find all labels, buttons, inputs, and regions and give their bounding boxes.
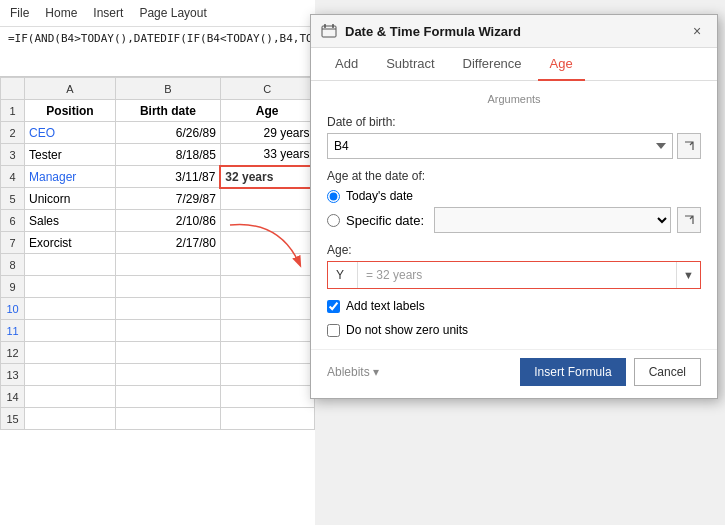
- age-field[interactable]: Y = 32 years ▼: [327, 261, 701, 289]
- specific-date-select[interactable]: [434, 207, 671, 233]
- cell-b[interactable]: [115, 342, 220, 364]
- cell-a[interactable]: [25, 320, 116, 342]
- table-row: 11: [1, 320, 315, 342]
- cell-a[interactable]: [25, 298, 116, 320]
- dialog-content: Arguments Date of birth: B4 Age at the d…: [311, 81, 717, 349]
- row-number: 2: [1, 122, 25, 144]
- cell-c[interactable]: [220, 232, 314, 254]
- ablebits-brand[interactable]: Ablebits ▾: [327, 365, 379, 379]
- checkbox-zero-units-row: Do not show zero units: [327, 323, 701, 337]
- brand-chevron-icon: ▾: [373, 365, 379, 379]
- cell-c[interactable]: [220, 254, 314, 276]
- table-row: 12: [1, 342, 315, 364]
- cell-b[interactable]: [115, 386, 220, 408]
- cell-b[interactable]: 2/10/86: [115, 210, 220, 232]
- radio-specific-label: Specific date:: [346, 213, 424, 228]
- cell-a[interactable]: Sales: [25, 210, 116, 232]
- cell-b[interactable]: 2/17/80: [115, 232, 220, 254]
- table-row: 7Exorcist2/17/80: [1, 232, 315, 254]
- row-number: 12: [1, 342, 25, 364]
- radio-today-label: Today's date: [346, 189, 413, 203]
- radio-specific[interactable]: [327, 214, 340, 227]
- cell-a[interactable]: [25, 364, 116, 386]
- cell-b[interactable]: 3/11/87: [115, 166, 220, 188]
- row-number: 15: [1, 408, 25, 430]
- formula-bar: =IF(AND(B4>TODAY(),DATEDIF(IF(B4<TODAY()…: [0, 27, 315, 77]
- cell-c[interactable]: [220, 320, 314, 342]
- cell-c[interactable]: [220, 364, 314, 386]
- cell-a[interactable]: [25, 276, 116, 298]
- checkbox-zero-units-label: Do not show zero units: [346, 323, 468, 337]
- cell-b[interactable]: 7/29/87: [115, 188, 220, 210]
- age-at-date-label: Age at the date of:: [327, 169, 701, 183]
- cell-a[interactable]: Unicorn: [25, 188, 116, 210]
- age-dropdown-icon[interactable]: ▼: [676, 262, 700, 288]
- cancel-button[interactable]: Cancel: [634, 358, 701, 386]
- menu-page-layout[interactable]: Page Layout: [139, 6, 206, 20]
- tab-age[interactable]: Age: [538, 48, 585, 81]
- row-number: 4: [1, 166, 25, 188]
- checkbox-text-labels-row: Add text labels: [327, 299, 701, 313]
- cell-b[interactable]: [115, 254, 220, 276]
- date-of-birth-row: B4: [327, 133, 701, 159]
- cell-b[interactable]: [115, 276, 220, 298]
- radio-today[interactable]: [327, 190, 340, 203]
- insert-formula-button[interactable]: Insert Formula: [520, 358, 625, 386]
- menu-insert[interactable]: Insert: [93, 6, 123, 20]
- cell-a[interactable]: [25, 408, 116, 430]
- cell-c[interactable]: [220, 188, 314, 210]
- tab-subtract[interactable]: Subtract: [374, 48, 446, 81]
- tab-add[interactable]: Add: [323, 48, 370, 81]
- cell-a[interactable]: [25, 254, 116, 276]
- cell-b[interactable]: [115, 320, 220, 342]
- cell-b[interactable]: [115, 298, 220, 320]
- cell-c[interactable]: [220, 210, 314, 232]
- cell-a[interactable]: [25, 386, 116, 408]
- cell-c[interactable]: [220, 386, 314, 408]
- table-row: 1PositionBirth dateAge: [1, 100, 315, 122]
- cell-c[interactable]: 32 years: [220, 166, 314, 188]
- checkbox-zero-units[interactable]: [327, 324, 340, 337]
- date-of-birth-label: Date of birth:: [327, 115, 701, 129]
- cell-a[interactable]: Position: [25, 100, 116, 122]
- cell-c[interactable]: [220, 342, 314, 364]
- col-a-header: A: [25, 78, 116, 100]
- cell-c[interactable]: Age: [220, 100, 314, 122]
- row-number: 10: [1, 298, 25, 320]
- brand-label: Ablebits: [327, 365, 370, 379]
- dialog-title: Date & Time Formula Wizard: [345, 24, 679, 39]
- corner-header: [1, 78, 25, 100]
- cell-a[interactable]: Manager: [25, 166, 116, 188]
- cell-c[interactable]: [220, 408, 314, 430]
- menu-home[interactable]: Home: [45, 6, 77, 20]
- cell-a[interactable]: CEO: [25, 122, 116, 144]
- cell-a[interactable]: Tester: [25, 144, 116, 166]
- cell-a[interactable]: [25, 342, 116, 364]
- cell-b[interactable]: [115, 408, 220, 430]
- date-of-birth-select[interactable]: B4: [327, 133, 673, 159]
- table-row: 13: [1, 364, 315, 386]
- cell-b[interactable]: [115, 364, 220, 386]
- tab-difference[interactable]: Difference: [451, 48, 534, 81]
- specific-date-expand-btn[interactable]: [677, 207, 701, 233]
- table-row: 14: [1, 386, 315, 408]
- row-number: 3: [1, 144, 25, 166]
- date-of-birth-expand-btn[interactable]: [677, 133, 701, 159]
- menu-file[interactable]: File: [10, 6, 29, 20]
- dialog-titlebar: Date & Time Formula Wizard ×: [311, 15, 717, 48]
- cell-a[interactable]: Exorcist: [25, 232, 116, 254]
- row-number: 13: [1, 364, 25, 386]
- cell-c[interactable]: 33 years: [220, 144, 314, 166]
- checkbox-text-labels-label: Add text labels: [346, 299, 425, 313]
- cell-c[interactable]: [220, 298, 314, 320]
- radio-today-row: Today's date: [327, 189, 701, 203]
- cell-c[interactable]: 29 years: [220, 122, 314, 144]
- cell-c[interactable]: [220, 276, 314, 298]
- cell-b[interactable]: Birth date: [115, 100, 220, 122]
- checkbox-text-labels[interactable]: [327, 300, 340, 313]
- row-number: 8: [1, 254, 25, 276]
- cell-b[interactable]: 8/18/85: [115, 144, 220, 166]
- cell-b[interactable]: 6/26/89: [115, 122, 220, 144]
- close-button[interactable]: ×: [687, 21, 707, 41]
- table-row: 5Unicorn7/29/87: [1, 188, 315, 210]
